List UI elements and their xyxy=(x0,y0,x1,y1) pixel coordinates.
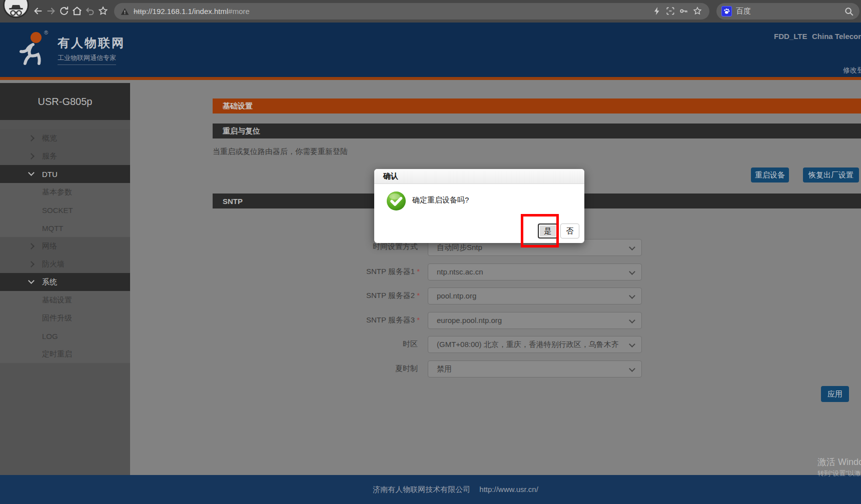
undo-icon[interactable] xyxy=(85,6,96,16)
time-setting-label: 时间设置方式 xyxy=(292,242,420,252)
dialog-title: 确认 xyxy=(383,172,398,181)
sidebar-item-mqtt[interactable]: MQTT xyxy=(0,219,130,237)
sntp-server3-label: SNTP 服务器3* xyxy=(292,316,420,325)
chevron-down-icon xyxy=(629,341,635,348)
page-footer: 济南有人物联网技术有限公司 http://www.usr.cn/ xyxy=(0,475,861,504)
carrier-label: China Telecom xyxy=(812,32,861,40)
device-name: USR-G805p xyxy=(0,83,130,120)
usr-logo: ® xyxy=(14,28,50,72)
dialog-no-button[interactable]: 否 xyxy=(560,224,579,238)
key-icon[interactable] xyxy=(679,6,689,16)
lightning-icon[interactable] xyxy=(652,6,662,16)
change-password-link[interactable]: 修改登录密码 xyxy=(843,66,861,75)
chevron-down-icon xyxy=(629,244,635,250)
reboot-section-bar: 重启与复位 xyxy=(213,124,861,138)
dialog-message: 确定重启设备吗? xyxy=(412,196,469,205)
insecure-warning-icon xyxy=(120,7,130,16)
dialog-title-bar: 确认 xyxy=(374,169,584,184)
sidebar-item-overview[interactable]: 概览 xyxy=(0,129,130,147)
incognito-avatar-icon[interactable] xyxy=(3,0,29,18)
sidebar-item-log[interactable]: LOG xyxy=(0,327,130,345)
sidebar-item-system[interactable]: 系统 xyxy=(0,273,130,291)
reboot-device-button[interactable]: 重启设备 xyxy=(751,168,789,182)
address-bar[interactable]: http://192.168.1.1/index.html#more xyxy=(114,3,709,20)
reboot-section-title: 重启与复位 xyxy=(223,126,260,136)
sidebar-item-system-basic-settings[interactable]: 基础设置 xyxy=(0,291,130,309)
chevron-right-icon xyxy=(28,243,35,250)
sidebar-item-dtu-basic-params[interactable]: 基本参数 xyxy=(0,183,130,201)
star-icon[interactable] xyxy=(692,6,702,16)
sidebar-item-dtu[interactable]: DTU xyxy=(0,165,130,183)
confirm-check-icon xyxy=(386,191,406,211)
chevron-right-icon xyxy=(28,135,35,142)
sidebar-menu: 概览 服务 DTU 基本参数 SOCKET MQTT 网络 防火墙 系统 基础设… xyxy=(0,129,130,363)
apply-button[interactable]: 应用 xyxy=(821,386,849,402)
search-icon[interactable] xyxy=(843,6,854,17)
site-header: ® 有人物联网 工业物联网通信专家 FDD_LTE China Telecom … xyxy=(0,22,861,80)
sidebar-item-firmware-upgrade[interactable]: 固件升级 xyxy=(0,309,130,327)
sidebar-item-services[interactable]: 服务 xyxy=(0,147,130,165)
search-bar[interactable]: 百度 xyxy=(716,3,859,20)
router-admin-page: { "browser": { "url_scheme": "http", "ur… xyxy=(0,0,861,504)
timezone-label: 时区 xyxy=(292,340,420,349)
chevron-down-icon xyxy=(629,268,635,275)
windows-activation-watermark-line1: 激活 Windows xyxy=(817,456,861,468)
brand-subtitle: 工业物联网通信专家 xyxy=(58,54,116,65)
back-icon[interactable] xyxy=(33,6,44,16)
baidu-logo-icon xyxy=(721,6,732,16)
url-scheme: http xyxy=(134,7,146,16)
svg-text:®: ® xyxy=(44,30,48,36)
dst-select[interactable]: 禁用 xyxy=(428,360,642,378)
sntp-server1-select[interactable]: ntp.ntsc.ac.cn xyxy=(428,264,642,280)
search-engine-label: 百度 xyxy=(736,6,843,16)
sidebar-item-firewall[interactable]: 防火墙 xyxy=(0,255,130,273)
url-text: http://192.168.1.1/index.html#more xyxy=(134,7,250,16)
network-type-label: FDD_LTE xyxy=(774,32,807,40)
chevron-down-icon xyxy=(629,292,635,299)
reload-icon[interactable] xyxy=(59,6,70,16)
footer-url[interactable]: http://www.usr.cn/ xyxy=(479,485,538,494)
sntp-server2-label: SNTP 服务器2* xyxy=(292,291,420,300)
scan-frame-icon[interactable] xyxy=(665,6,675,16)
bookmark-star-icon[interactable] xyxy=(98,6,109,16)
brand-title: 有人物联网 xyxy=(58,35,125,51)
sntp-server1-label: SNTP 服务器1* xyxy=(292,267,420,276)
chevron-down-icon xyxy=(28,170,35,176)
reboot-note: 当重启或复位路由器后，你需要重新登陆 xyxy=(213,147,348,156)
factory-reset-button[interactable]: 恢复出厂设置 xyxy=(803,168,859,182)
page-title: 基础设置 xyxy=(223,102,253,111)
chevron-down-icon xyxy=(28,278,35,284)
forward-icon[interactable] xyxy=(46,6,57,16)
chevron-right-icon xyxy=(28,153,35,160)
dst-label: 夏时制 xyxy=(292,364,420,374)
sidebar-item-socket[interactable]: SOCKET xyxy=(0,201,130,219)
chevron-right-icon xyxy=(28,261,35,268)
chevron-down-icon xyxy=(629,317,635,324)
footer-company: 济南有人物联网技术有限公司 xyxy=(373,485,470,494)
sntp-section-title: SNTP xyxy=(223,197,243,206)
sidebar: USR-G805p 概览 服务 DTU 基本参数 SOCKET MQTT 网络 … xyxy=(0,83,130,475)
sidebar-item-scheduled-restart[interactable]: 定时重启 xyxy=(0,345,130,363)
sidebar-item-network[interactable]: 网络 xyxy=(0,237,130,255)
sntp-server2-select[interactable]: pool.ntp.org xyxy=(428,288,642,304)
home-icon[interactable] xyxy=(72,6,83,16)
windows-activation-watermark-line2: 转到“设置”以激活 Windows。 xyxy=(817,469,861,478)
annotation-highlight-yes-button xyxy=(521,214,559,248)
page-title-bar: 基础设置 xyxy=(213,98,861,114)
chevron-down-icon xyxy=(629,366,635,372)
sntp-server3-select[interactable]: europe.pool.ntp.org xyxy=(428,312,642,329)
timezone-select[interactable]: (GMT+08:00) 北京，重庆，香港特别行政区，乌鲁木齐 xyxy=(428,336,642,353)
browser-toolbar: http://192.168.1.1/index.html#more 百度 xyxy=(0,0,861,22)
